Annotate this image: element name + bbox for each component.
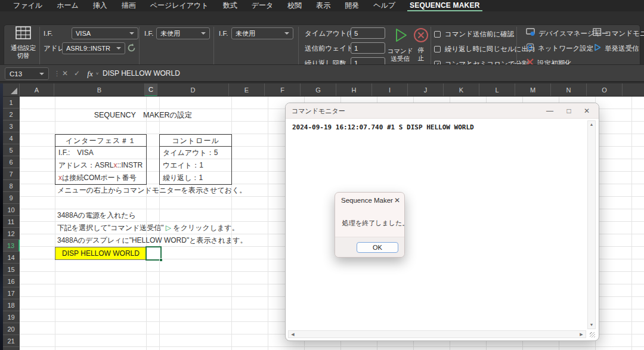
row-header[interactable]: 4 [3, 132, 20, 144]
vertical-scrollbar[interactable]: ▲ ▼ [587, 120, 596, 329]
row-header[interactable]: 12 [3, 228, 20, 240]
row-header[interactable]: 10 [3, 204, 20, 216]
control-table-row: 繰り返し：1 [160, 172, 231, 184]
resize-grip[interactable] [590, 332, 595, 337]
column-header[interactable]: N [551, 83, 587, 97]
close-icon[interactable]: ✕ [577, 103, 596, 119]
interface-table[interactable]: インターフェス＃１ I.F.: VISA アドレス：ASRLx::INSTR x… [55, 134, 147, 185]
column-header[interactable]: F [265, 83, 301, 97]
column-header[interactable]: B [54, 83, 145, 97]
row-header[interactable]: 3 [3, 120, 20, 132]
refresh-icon[interactable] [126, 43, 137, 55]
row-header[interactable]: 11 [3, 216, 20, 228]
menu-tab[interactable]: ホーム [49, 0, 86, 11]
scroll-up-icon[interactable]: ▲ [588, 122, 595, 128]
menu-tab[interactable]: ファイル [6, 0, 49, 11]
timeout-field[interactable] [351, 27, 385, 39]
row-header[interactable]: 2 [3, 109, 20, 120]
menu-tab[interactable]: ページレイアウト [143, 0, 216, 11]
row-header[interactable]: 8 [3, 180, 20, 192]
menu-tab[interactable]: 数式 [216, 0, 244, 11]
row-header[interactable]: 13 [3, 240, 20, 252]
command-monitor-button[interactable]: コマンドモニター [593, 27, 644, 39]
select-all-corner[interactable] [3, 83, 20, 97]
scroll-down-icon[interactable]: ▼ [588, 322, 595, 328]
scroll-right-icon[interactable]: ▶ [578, 332, 585, 337]
menu-tab[interactable]: データ [244, 0, 281, 11]
if2-dropdown[interactable]: 未使用 [156, 27, 210, 39]
column-header[interactable]: D [157, 83, 229, 97]
chevron-down-icon [116, 47, 121, 49]
sheet-title-cell[interactable]: SEQUENCY MAKERの設定 [55, 109, 231, 122]
row-header[interactable]: 14 [3, 252, 20, 264]
row-header[interactable]: 18 [3, 299, 20, 311]
row-header[interactable]: 21 [3, 335, 20, 347]
ribbon-tab-bar: ファイルホーム挿入描画ページレイアウト数式データ校閲表示開発ヘルプ SEQUEN… [0, 0, 644, 11]
menu-tab[interactable]: 表示 [309, 0, 338, 11]
cancel-icon[interactable]: ✕ [60, 67, 70, 80]
row-header[interactable]: 9 [3, 192, 20, 204]
column-header[interactable]: C [145, 83, 157, 97]
row-header[interactable]: 17 [3, 287, 20, 299]
row-header[interactable]: 6 [3, 156, 20, 168]
checkbox-icon[interactable] [434, 31, 441, 38]
column-header[interactable]: O [587, 83, 623, 97]
column-header[interactable]: E [229, 83, 265, 97]
column-header[interactable]: L [479, 83, 515, 97]
menu-tab[interactable]: 開発 [338, 0, 366, 11]
note-cell[interactable]: メニューの右上からコマンドモニターを表示させておく。 [57, 184, 246, 197]
row-header[interactable]: 7 [3, 168, 20, 180]
menu-tab[interactable]: 校閲 [280, 0, 309, 11]
command-cell-highlighted[interactable]: DISP HELLOW WORLD [55, 247, 147, 260]
if3-dropdown[interactable]: 未使用 [231, 27, 293, 39]
monitor-log-area[interactable]: 2024-09-19 16:12:07.740 #1 S DISP HELLOW… [286, 119, 598, 340]
menu-tab[interactable]: ヘルプ [366, 0, 402, 11]
maximize-icon[interactable]: □ [559, 103, 578, 119]
column-header[interactable]: M [515, 83, 551, 97]
note-cell[interactable]: 3488Aのデスプレィに"HELLOW WORD"と表示されます。 [57, 234, 247, 247]
address-dropdown[interactable]: ASRL9::INSTR [62, 42, 125, 54]
row-header[interactable]: 16 [3, 275, 20, 287]
name-box[interactable]: C13 [5, 67, 49, 80]
row-header[interactable]: 15 [3, 264, 20, 275]
active-cell-selection[interactable] [145, 246, 162, 261]
comm-settings-button[interactable]: 通信設定切替 [10, 26, 37, 59]
column-header[interactable]: K [444, 83, 479, 97]
fill-handle[interactable] [159, 258, 163, 262]
column-header[interactable]: G [301, 83, 336, 97]
wait-field[interactable] [351, 42, 385, 54]
scroll-left-icon[interactable]: ◀ [289, 332, 296, 337]
tab-sequence-maker[interactable]: SEQUENCE MAKER [402, 0, 487, 11]
enter-icon[interactable]: ✓ [72, 67, 82, 80]
interface-table-row: I.F.: VISA [55, 147, 146, 159]
dialog-message: 処理を終了しました。 [342, 219, 408, 228]
row-header[interactable]: 20 [3, 323, 20, 335]
horizontal-scrollbar[interactable]: ◀ ▶ [288, 330, 586, 338]
command-send-button[interactable]: コマンド送受信 [386, 26, 414, 62]
minimize-icon[interactable]: — [540, 103, 559, 119]
ok-button[interactable]: OK [357, 242, 398, 253]
checkbox-icon[interactable] [434, 46, 441, 52]
column-header[interactable]: I [372, 83, 408, 97]
if1-dropdown[interactable]: VISA [72, 27, 138, 39]
comm-settings-icon [16, 26, 31, 42]
menu-tab[interactable]: 描画 [114, 0, 143, 11]
note-cell[interactable]: 下記を選択して"コマンド送受信" ▷ をクリックします。 [57, 222, 239, 234]
control-table[interactable]: コントロール タイムアウト：5 ウエイト：1 繰り返し：1 [159, 134, 232, 185]
menu-tab[interactable]: 挿入 [86, 0, 114, 11]
network-settings-button[interactable]: ネットワーク設定 [526, 42, 593, 54]
note-cell[interactable]: 3488Aの電源を入れたら [57, 209, 136, 222]
monitor-titlebar[interactable]: コマンドモニター — □ ✕ [286, 103, 599, 119]
single-send-button[interactable]: 単発送受信 [593, 42, 639, 54]
row-header[interactable]: 19 [3, 311, 20, 323]
column-header[interactable]: H [336, 83, 372, 97]
stop-button[interactable]: 停止 [413, 27, 429, 61]
column-header[interactable]: A [20, 83, 54, 97]
row-header[interactable]: 5 [3, 144, 20, 156]
row-header[interactable]: 1 [3, 97, 20, 109]
close-icon[interactable]: ✕ [394, 193, 400, 209]
command-send-label: コマンド送受信 [386, 47, 414, 62]
formula-input[interactable]: DISP HELLOW WORLD [103, 67, 180, 80]
column-header[interactable]: J [408, 83, 444, 97]
chevron-down-icon[interactable]: ˅ [94, 67, 100, 80]
